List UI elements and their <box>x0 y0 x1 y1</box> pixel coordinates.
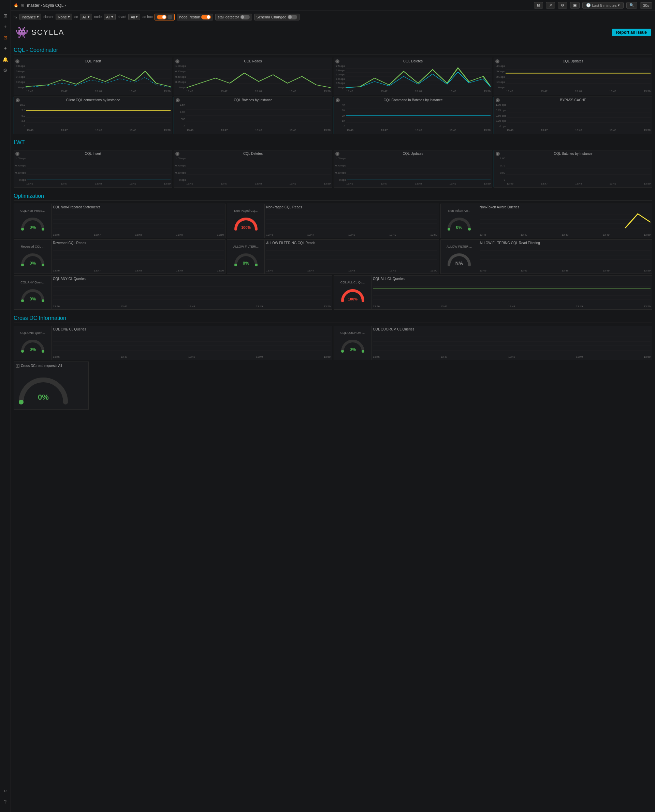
stall-detector-filter[interactable]: stall detector <box>215 14 252 20</box>
explore-icon[interactable]: ✦ <box>1 44 10 53</box>
top-bar-actions: ⊡ ↗ ⚙ ▣ 🕐 Last 5 minutes ▾ 🔍 30s <box>534 2 652 9</box>
refresh-btn[interactable]: 30s <box>640 2 652 9</box>
opt-non-prepared-panel: CQL Non-Prepa... 0% CQL Non-Prepared Sta… <box>14 204 226 238</box>
lwt-insert-chart <box>27 157 171 181</box>
opt-non-token-gauge-title: Non-Token Aw... <box>448 209 470 212</box>
apps-icon[interactable]: ⊞ <box>1 11 10 20</box>
client-cql-chart <box>26 103 171 127</box>
opt-non-paged-x-labels: 13:4613:4713:4813:4913:50 <box>266 233 437 236</box>
cross-dc-read-title: Cross DC read requests All <box>21 364 62 368</box>
lwt-insert-info-icon[interactable]: i <box>15 152 20 156</box>
opt-non-prepared-gauge-title: CQL Non-Prepa... <box>20 209 45 212</box>
clock-icon: 🕐 <box>586 3 591 8</box>
svg-text:0%: 0% <box>38 393 49 401</box>
cross-dc-quorum-x-labels: 13:4613:4713:4813:4913:50 <box>373 355 650 358</box>
opt-all-cl-panel: CQL ALL CL Qu... 100% CQL ALL CL Queries <box>334 275 652 310</box>
lwt-updates-title: CQL Updates <box>335 152 490 155</box>
chevron-down-icon: ▾ <box>37 15 39 19</box>
settings2-btn[interactable]: ⚙ <box>558 2 567 9</box>
dashboard-btn[interactable]: ⊡ <box>534 2 543 9</box>
cql-deletes-x-labels: 13:4613:4713:4813:4913:50 <box>335 90 490 93</box>
opt-non-token-chart-title: Non-Token Aware Queries <box>480 205 650 209</box>
cluster-filter[interactable]: None ▾ <box>55 14 72 20</box>
cql-reads-info-icon[interactable]: i <box>175 59 180 63</box>
cql-batches-info-icon[interactable]: i <box>176 98 180 102</box>
bypass-cache-chart <box>507 103 650 127</box>
cql-coordinator-row1: i CQL Insert 0.8 ops0.6 ops0.4 ops0.2 op… <box>14 58 652 95</box>
hamburger-icon[interactable]: ⊞ <box>21 3 24 8</box>
lwt-row: i CQL Insert 1.00 ops0.75 ops0.50 ops0 o… <box>14 150 652 187</box>
opt-allow-filtering-gauge-title: ALLOW FILTERI... <box>233 245 258 248</box>
client-cql-x-labels: 13:4613:4713:4813:4913:50 <box>16 129 171 132</box>
lwt-batches-x-labels: 13:4613:4713:4813:4913:50 <box>496 182 650 185</box>
opt-reversed-x-labels: 13:4613:4713:4813:4913:50 <box>53 269 224 272</box>
opt-any-cl-panel: CQL ANY Queri... 0% CQL ANY CL Queries 1… <box>14 275 332 310</box>
opt-allow-filtering-read-gauge-title: ALLOW FILTERI... <box>447 245 472 248</box>
adhoc-add-btn[interactable]: + <box>168 15 172 20</box>
schema-changed-toggle[interactable] <box>288 15 297 20</box>
node-filter[interactable]: All ▾ <box>104 14 116 20</box>
cross-dc-row1: CQL ONE Queri... 0% CQL ONE CL Queries 1… <box>14 326 652 360</box>
client-cql-y-labels: 10.07.55.02.50 <box>16 103 26 128</box>
svg-text:0%: 0% <box>243 261 249 266</box>
adhoc-label: ad hoc <box>142 15 152 19</box>
opt-non-token-panel: Non-Token Aw... 0% Non-Token Aware Queri… <box>440 204 652 238</box>
shard-filter[interactable]: All ▾ <box>128 14 140 20</box>
cql-updates-y-labels: 4K ops3K ops2K ops1K ops0 ops <box>495 64 506 89</box>
lwt-insert-x-labels: 13:4613:4713:4813:4913:50 <box>15 182 171 185</box>
scylla-logo: 👾 SCYLLA <box>15 26 64 39</box>
lwt-deletes-title: CQL Deletes <box>175 152 331 155</box>
monitor-btn[interactable]: ▣ <box>570 2 580 9</box>
share-btn[interactable]: ↗ <box>546 2 555 9</box>
bypass-cache-info-icon[interactable]: i <box>496 98 500 102</box>
shard-label: shard <box>118 15 126 19</box>
node-restart-toggle[interactable] <box>201 15 211 20</box>
search-btn[interactable]: 🔍 <box>626 2 637 9</box>
cql-coordinator-header: CQL - Coordinator <box>14 45 652 55</box>
cql-insert-info-icon[interactable]: i <box>15 59 20 63</box>
opt-any-cl-x-labels: 13:4613:4713:4813:4913:50 <box>53 305 331 308</box>
cross-dc-one-gauge-title: CQL ONE Queri... <box>20 331 45 335</box>
opt-allow-filtering-read-chart-title: ALLOW FILTERING CQL Read Filtering <box>480 241 650 245</box>
time-range-selector[interactable]: 🕐 Last 5 minutes ▾ <box>582 2 624 9</box>
client-cql-connections-panel: i Client CQL connections by Instance 10.… <box>14 97 172 134</box>
chevron-down-icon: ▾ <box>618 3 620 8</box>
cql-cmd-batches-x-labels: 13:4613:4713:4813:4913:50 <box>336 129 490 132</box>
lwt-deletes-info-icon[interactable]: i <box>175 152 180 156</box>
cross-dc-header: Cross DC Information <box>14 312 652 323</box>
instance-filter[interactable]: Instance ▾ <box>20 14 42 20</box>
opt-any-cl-gauge: 0% <box>19 286 46 304</box>
cql-cmd-batches-info-icon[interactable]: i <box>336 98 340 102</box>
svg-text:0%: 0% <box>349 347 356 352</box>
cql-updates-info-icon[interactable]: i <box>495 59 500 63</box>
bypass-cache-panel: i BYPASS CACHE 1.00 ops0.75 ops0.50 ops0… <box>494 97 652 134</box>
opt-any-cl-gauge-title: CQL ANY Queri... <box>20 281 45 284</box>
cql-batches-y-labels: 1.5K1.0K5000 <box>176 103 186 128</box>
svg-text:100%: 100% <box>241 226 251 230</box>
schema-changed-filter[interactable]: Schema Changed <box>254 14 300 20</box>
svg-text:100%: 100% <box>347 297 357 301</box>
alerts-icon[interactable]: 🔔 <box>1 55 10 64</box>
add-icon[interactable]: + <box>1 22 10 31</box>
dashboard-icon[interactable]: ⊡ <box>1 33 10 42</box>
opt-allow-filtering-read-panel: ALLOW FILTERI... N/A ALLOW FILTERING CQL… <box>440 239 652 274</box>
stall-detector-toggle[interactable] <box>240 15 250 20</box>
node-restart-filter[interactable]: node_restart <box>177 14 213 20</box>
client-cql-info-icon[interactable]: i <box>16 98 20 102</box>
opt-non-paged-panel: Non-Paged CQ... 100% Non-Paged CQL Reads… <box>227 204 439 238</box>
settings-icon[interactable]: ⚙ <box>1 66 10 75</box>
cql-deletes-title: CQL Deletes <box>335 59 490 63</box>
filter-by-label: by <box>14 15 17 19</box>
lwt-updates-info-icon[interactable]: i <box>335 152 340 156</box>
cql-deletes-info-icon[interactable]: i <box>335 59 340 63</box>
report-issue-button[interactable]: Report an issue <box>612 29 651 36</box>
opt-row3: CQL ANY Queri... 0% CQL ANY CL Queries 1… <box>14 275 652 310</box>
adhoc-filter[interactable]: + <box>155 14 175 20</box>
time-range-label: Last 5 minutes <box>592 3 617 8</box>
cross-dc-info-icon[interactable]: i <box>16 364 20 368</box>
dc-filter[interactable]: All ▾ <box>80 14 92 20</box>
adhoc-toggle[interactable] <box>157 15 166 20</box>
opt-all-cl-x-labels: 13:4613:4713:4813:4913:50 <box>373 305 650 308</box>
stall-detector-label: stall detector <box>218 15 239 19</box>
lwt-batches-info-icon[interactable]: i <box>496 152 500 156</box>
